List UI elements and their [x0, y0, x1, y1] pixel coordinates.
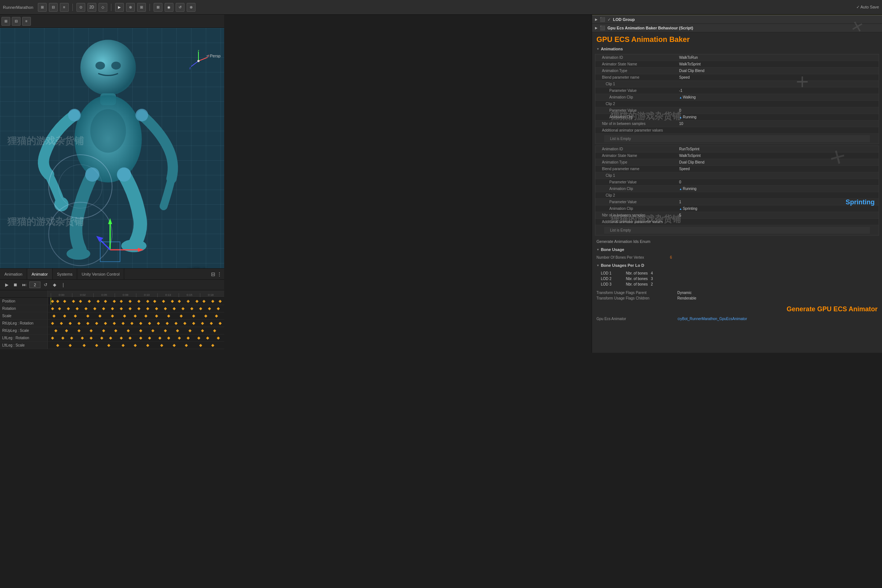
anim-row-blend-2: Blend parameter name Speed — [596, 166, 879, 172]
vp-btn-1[interactable]: ⊞ — [2, 17, 10, 26]
key-dot — [86, 322, 89, 324]
lod-group-header[interactable]: ▶ ⬛ ✓ LOD Group — [592, 15, 882, 24]
lod-group-label: LOD Group — [613, 17, 634, 22]
viewport-canvas[interactable]: x y z < Persp LOD 0 狸猫的游戏杂货铺 狸猫的游戏杂货铺 — [0, 28, 224, 282]
toolbar-btn-9[interactable]: ⊠ — [154, 3, 162, 12]
key-dot — [99, 314, 101, 317]
toolbar-btn-2[interactable]: ⊟ — [49, 3, 58, 12]
expand-icon: ▶ — [595, 18, 597, 21]
key-dot — [217, 336, 220, 339]
component-header[interactable]: ▶ ⬛ Gpu Ecs Animation Baker Behaviour (S… — [592, 24, 882, 32]
track-lftleg-rotation: LftLeg : Rotation — [0, 334, 224, 342]
bone-usage-section[interactable]: Bone Usage — [592, 246, 882, 253]
toolbar-btn-3[interactable]: ≡ — [60, 3, 69, 12]
toolbar-btn-12[interactable]: ⊕ — [187, 3, 195, 12]
animation-panel: Animation Animator Systems Unity Version… — [0, 268, 224, 588]
key-dot — [197, 336, 200, 339]
anim-row-additional-2: Additional animator parameter values — [596, 219, 879, 225]
tab-systems[interactable]: Systems — [52, 268, 77, 279]
svg-point-8 — [85, 168, 100, 182]
list-empty-1: List is Empty — [604, 135, 870, 142]
anim-row-blend-1: Blend parameter name Speed — [596, 74, 879, 81]
key-dot — [86, 314, 89, 317]
gpu-ecs-row: Gpu Ecs Animator ⊙yBot_RunnerMarathon_Gp… — [592, 316, 882, 322]
key-dot — [138, 307, 140, 310]
toolbar-btn-6[interactable]: ▶ — [115, 3, 124, 12]
key-dot — [81, 336, 84, 339]
key-dot — [121, 322, 124, 324]
ruler-0:08: 0:08 — [115, 293, 136, 297]
toolbar-btn-4[interactable]: ⊙ — [76, 3, 85, 12]
stop-btn[interactable]: ⏹ — [12, 281, 19, 288]
key-dot — [63, 314, 66, 317]
lod-table: LOD 1 Nbr. of bones 4 LOD 2 Nbr. of bone… — [601, 270, 873, 287]
vp-btn-2[interactable]: ⊟ — [12, 17, 21, 26]
bone-usages-lod-section[interactable]: Bone Usages Per Lo D — [592, 262, 882, 269]
animations-section-label[interactable]: Animations — [592, 45, 882, 52]
time-display[interactable]: 2 — [29, 282, 40, 288]
next-frame-btn[interactable]: ⏭ — [21, 281, 28, 288]
panel-collapse-icon[interactable]: ⊟ — [211, 271, 215, 277]
key-dot — [180, 314, 183, 317]
tab-version-control[interactable]: Unity Version Control — [77, 268, 124, 279]
vp-btn-3[interactable]: ≡ — [22, 17, 31, 26]
anim-controls: ▶ ⏹ ⏭ 2 ↺ ◆ | — [0, 280, 224, 290]
tab-animator[interactable]: Animator — [27, 268, 52, 279]
tab-animation[interactable]: Animation — [0, 268, 27, 279]
key-dot — [156, 322, 159, 324]
component-label: Gpu Ecs Animation Baker Behaviour (Scrip… — [608, 26, 693, 30]
track-rtupleg-scale: RtUpLeg : Scale — [0, 327, 224, 334]
play-btn[interactable]: ▶ — [3, 281, 10, 288]
generate-btn[interactable]: Generate GPU ECS Animator — [592, 303, 882, 316]
generate-ids-label[interactable]: Generate Animation Ids Enum — [597, 239, 651, 244]
key-dot — [178, 300, 181, 303]
svg-point-0 — [81, 40, 136, 95]
key-dot — [129, 300, 132, 303]
key-btn[interactable]: | — [60, 281, 67, 288]
toolbar-btn-11[interactable]: ↺ — [176, 3, 184, 12]
key-dot — [74, 314, 77, 317]
key-dot — [51, 322, 54, 324]
track-label-lftleg-rot: LftLeg : Rotation — [0, 334, 48, 341]
svg-line-20 — [100, 240, 110, 250]
separator-3 — [150, 4, 150, 11]
toolbar-btn-7[interactable]: ⊕ — [126, 3, 135, 12]
key-dot — [215, 314, 218, 317]
diamond-btn[interactable]: ◆ — [51, 281, 58, 288]
track-keys-position — [48, 298, 224, 304]
panel-options-icon[interactable]: ⋮ — [217, 271, 222, 277]
key-dot — [62, 336, 64, 339]
key-dot — [111, 314, 114, 317]
toolbar-btn-2d[interactable]: 2D — [87, 3, 96, 12]
loop-btn[interactable]: ↺ — [42, 281, 49, 288]
persp-label: < Persp — [207, 54, 220, 58]
key-dot — [218, 300, 221, 303]
lod-group-checkbox[interactable]: ✓ — [608, 17, 611, 22]
key-dot — [208, 307, 211, 310]
toolbar-btn-10[interactable]: ◉ — [165, 3, 174, 12]
key-dot — [58, 307, 61, 310]
auto-save-label: ✓ Auto Save — [856, 5, 879, 9]
key-dot — [212, 300, 214, 303]
key-dot — [114, 329, 117, 332]
key-dot — [153, 300, 156, 303]
key-dot — [95, 344, 98, 346]
key-dot — [54, 329, 57, 332]
key-dot — [182, 307, 184, 310]
toolbar-btn-1[interactable]: ⊞ — [38, 3, 46, 12]
key-dot — [72, 300, 75, 303]
toolbar-btn-8[interactable]: ⊞ — [137, 3, 146, 12]
key-dot — [162, 300, 165, 303]
transform-parent-row: Transform Usage Flags Parent Dynamic — [597, 290, 878, 296]
key-dot — [120, 336, 123, 339]
key-dot — [146, 307, 149, 310]
lod-row-2: LOD 2 Nbr. of bones 3 — [601, 276, 873, 282]
anim-block-1: Animation ID WalkToRun Animator State Na… — [595, 54, 879, 144]
key-dot — [95, 322, 98, 324]
key-dot — [192, 322, 195, 324]
track-label-rtupleg-rot: RtUpLeg : Rotation — [0, 320, 48, 327]
svg-text:y: y — [198, 50, 200, 52]
track-keys-scale — [48, 312, 224, 320]
toolbar-btn-5[interactable]: ◇ — [99, 3, 107, 12]
key-dot — [82, 344, 86, 346]
